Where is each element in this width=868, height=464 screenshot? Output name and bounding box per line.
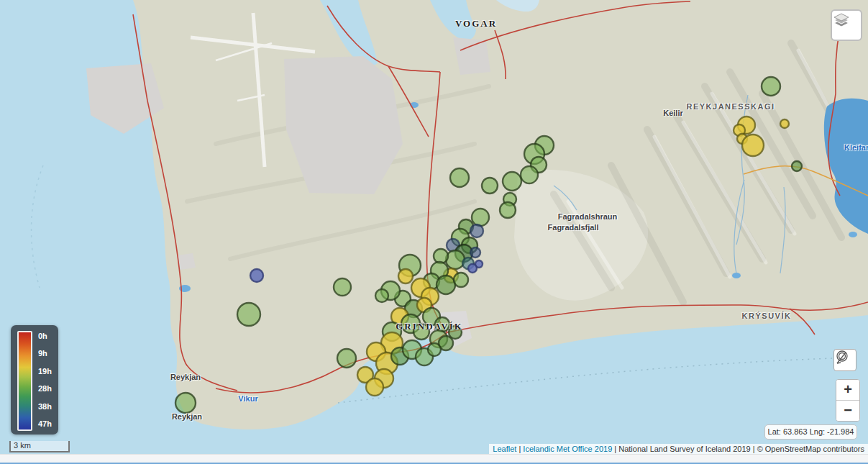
zoom-out-button[interactable]: −	[836, 401, 859, 421]
legend-tick: 9h	[38, 350, 52, 358]
measure-button[interactable]	[833, 349, 856, 371]
earthquake-marker[interactable]	[742, 135, 764, 156]
zoom-control: + −	[836, 379, 860, 422]
time-legend: 0h9h19h28h38h47h	[11, 325, 58, 435]
earthquake-marker[interactable]	[175, 393, 196, 413]
earthquake-marker[interactable]	[337, 349, 356, 368]
attribution-text: | National Land Survey of Iceland 2019 |…	[612, 445, 864, 453]
earthquake-marker[interactable]	[780, 119, 789, 128]
legend-tick: 19h	[38, 368, 52, 376]
legend-tick-labels: 0h9h19h28h38h47h	[38, 332, 52, 428]
legend-tick: 28h	[38, 385, 52, 393]
place-label-krysuvik: KRÝSUVÍK	[742, 311, 792, 320]
place-label-keilir: Keilir	[663, 109, 683, 117]
earthquake-marker[interactable]	[334, 278, 351, 296]
earthquake-marker[interactable]	[446, 250, 465, 269]
earthquake-marker[interactable]	[470, 224, 483, 237]
earthquake-marker[interactable]	[762, 77, 780, 96]
attribution-link[interactable]: Icelandic Met Office 2019	[523, 445, 612, 453]
earthquake-marker[interactable]	[375, 289, 388, 302]
place-label-reykjan-south: Reykjan	[172, 412, 202, 421]
basemap-svg	[0, 0, 868, 454]
place-label-fagradalshraun: Fagradalshraun	[558, 212, 618, 221]
earthquake-marker[interactable]	[450, 168, 469, 187]
coordinates-display: Lat: 63.863 Lng: -21.984	[764, 424, 857, 440]
earthquake-marker[interactable]	[366, 378, 383, 396]
earthquake-marker[interactable]	[468, 264, 477, 273]
page: VOGARKeilirREYKJANESSKAGIFagradalshraunF…	[0, 0, 868, 464]
legend-tick: 0h	[38, 332, 52, 340]
earthquake-marker[interactable]	[470, 247, 480, 258]
place-label-kleifarvatn: Kleifar	[844, 143, 868, 152]
page-bottom-strip	[0, 454, 868, 464]
earthquake-marker[interactable]	[503, 172, 521, 191]
legend-tick: 47h	[38, 420, 52, 428]
earthquake-marker[interactable]	[250, 269, 263, 282]
earthquake-marker[interactable]	[398, 269, 413, 283]
zoom-in-button[interactable]: +	[836, 380, 859, 401]
earthquake-marker[interactable]	[437, 276, 455, 294]
earthquake-marker[interactable]	[792, 161, 802, 171]
attribution-bar: Leaflet | Icelandic Met Office 2019 | Na…	[489, 444, 868, 454]
place-label-reykjanesskagi: REYKJANESSKAGI	[686, 102, 775, 111]
earthquake-marker[interactable]	[500, 202, 516, 218]
layers-button[interactable]	[831, 9, 862, 41]
legend-tick: 38h	[38, 403, 52, 411]
place-label-grindavik: GRINDAVÍK	[396, 321, 463, 332]
place-label-reykjan-north: Reykjan	[170, 373, 201, 381]
legend-gradient-bar	[17, 331, 32, 431]
earthquake-marker[interactable]	[472, 209, 489, 226]
earthquake-marker[interactable]	[521, 166, 538, 183]
place-label-vogar: VOGAR	[455, 18, 497, 29]
earthquake-marker[interactable]	[454, 273, 468, 287]
attribution-text: |	[516, 445, 523, 453]
earthquake-marker[interactable]	[237, 303, 260, 326]
place-label-fagradalsfjall: Fagradalsfjall	[548, 223, 599, 232]
place-label-vikur: Vikur	[238, 394, 257, 403]
map-canvas[interactable]: VOGARKeilirREYKJANESSKAGIFagradalshraunF…	[0, 0, 868, 454]
earthquake-marker[interactable]	[482, 178, 498, 194]
attribution-link[interactable]: Leaflet	[493, 445, 516, 453]
earthquake-marker[interactable]	[428, 343, 441, 356]
scale-control: 3 km	[9, 441, 70, 452]
